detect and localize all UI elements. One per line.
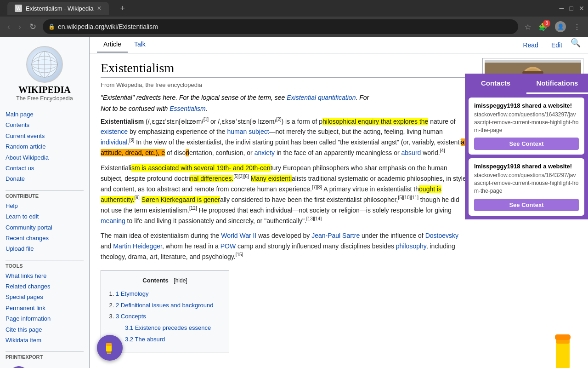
tab-favicon: W [15,5,22,12]
sidebar-link-related[interactable]: Related changes [6,281,84,292]
tab-article[interactable]: Article [97,37,128,53]
notifications-tab[interactable]: Notifications [526,74,588,94]
print-section-title: Print/export [6,351,84,360]
wiki-tab-actions: Read Edit 🔍 [518,38,581,52]
sidebar-link-donate[interactable]: Donate [6,173,84,184]
sidebar-link-about[interactable]: About Wikipedia [6,152,84,163]
philosophy-link[interactable]: philosophy [396,242,426,250]
sidebar-link-learn[interactable]: Learn to edit [6,211,84,222]
toc-link-2[interactable]: 2 Definitional issues and background [116,302,214,309]
lock-icon: 🔒 [48,23,55,30]
toc-link-3[interactable]: 3 Concepts [116,313,146,320]
sidebar-link-special[interactable]: Special pages [6,292,84,302]
tab-close-button[interactable]: ✕ [97,5,102,12]
ww2-link[interactable]: World War II [221,232,256,239]
toc-link-1[interactable]: 1 Etymology [116,290,149,297]
print-button[interactable]: 💾 [10,366,28,368]
search-icon[interactable]: 🔍 [571,38,581,52]
notification-tabs: Contacts Notifications [465,74,588,94]
extension-button[interactable]: 🧩 3 [537,21,549,33]
article-from: From Wikipedia, the free encyclopedia [101,81,467,88]
sidebar-link-random[interactable]: Random article [6,141,84,152]
essentialism-link[interactable]: Essentialism [170,105,206,112]
sartre-link[interactable]: Jean-Paul Sartre [311,232,360,239]
note1-text: "Existential" redirects here. For the lo… [101,94,287,101]
svg-rect-38 [106,343,112,346]
toc-item-3-1: 3.1 Existence precedes essence [125,323,221,333]
maximize-button[interactable]: □ [570,5,573,12]
sidebar-link-pdf[interactable]: Download as PDF [35,365,84,368]
browser-tab-active[interactable]: W Existentialism - Wikipedia ✕ [7,2,109,15]
meaning-link[interactable]: meaning [101,217,125,224]
notification-card-2: imisspeggy1918 shared a website! stackov… [469,158,584,215]
contribute-section-title: Contribute [6,190,84,199]
toc-title: Contents [142,277,168,284]
paragraph-1: Existentialism (/ˌɛɡzɪˈstɛnʃəlɪzəm/[1] o… [101,116,467,158]
existential-quantification-link[interactable]: Existential quantification [287,94,356,101]
paragraph-3: The main idea of existentialism during t… [101,230,467,262]
toc-link-3-1[interactable]: 3.1 Existence precedes essence [125,324,211,331]
contacts-tab[interactable]: Contacts [465,74,526,94]
toc-link-3-2[interactable]: 3.2 The absurd [125,336,165,343]
anxiety-link[interactable]: anxiety [254,149,275,156]
sidebar-link-community[interactable]: Community portal [6,222,84,233]
wiki-sidebar: WIKIPEDIA The Free Encyclopedia Main pag… [0,37,90,368]
sidebar-link-wikidata[interactable]: Wikidata item [6,335,84,345]
article-note2: Not to be confused with Essentialism. [101,105,467,112]
notification-card-1: imisspeggy1918 shared a website! stackov… [469,98,584,155]
browser-controls: ‹ › ↻ 🔒 en.wikipedia.org/wiki/Existentia… [0,17,588,37]
see-context-button-2[interactable]: See Context [474,199,579,211]
tools-section-title: Tools [6,260,84,269]
address-bar[interactable]: 🔒 en.wikipedia.org/wiki/Existentialism [43,19,518,34]
sidebar-link-cite[interactable]: Cite this page [6,324,84,335]
avatar-button[interactable]: 👤 [553,19,568,34]
absurd-link[interactable]: absurd [401,149,421,156]
sidebar-link-recent[interactable]: Recent changes [6,233,84,243]
notif-card-2-url: stackoverflow.com/questions/1643297/java… [474,172,579,195]
sidebar-link-pageinfo[interactable]: Page information [6,313,84,324]
lead-bold: Existentialism [101,118,144,125]
human-subject-link[interactable]: human subject [227,128,269,135]
tabs-area: W Existentialism - Wikipedia ✕ [4,2,113,15]
read-action[interactable]: Read [518,38,543,52]
sidebar-link-upload[interactable]: Upload file [6,243,84,254]
wiki-logo-text: WIKIPEDIA [5,85,85,95]
see-context-button-1[interactable]: See Context [474,138,579,150]
sidebar-link-events[interactable]: Current events [6,131,84,141]
article-title: Existentialism [101,61,467,78]
existence-link[interactable]: existence [101,128,128,135]
pow-link[interactable]: POW [220,242,236,250]
individual-link[interactable]: individual [101,138,127,146]
url-text: en.wikipedia.org/wiki/Existentialism [58,23,513,30]
svg-rect-36 [555,334,571,340]
minimize-button[interactable]: ─ [560,5,564,12]
print-links: Download as PDF Printable version [35,365,84,368]
highlighter-pen-svg [547,332,583,368]
highlighter-area [482,332,583,368]
heidegger-link[interactable]: Martin Heidegger [113,242,162,250]
back-button[interactable]: ‹ [6,20,12,34]
sidebar-link-permanent[interactable]: Permanent link [6,303,84,313]
refresh-button[interactable]: ↻ [28,20,38,34]
sidebar-link-contact[interactable]: Contact us [6,163,84,173]
tab-talk[interactable]: Talk [128,37,152,53]
wiki-body: Existentialism (/ˌɛɡzɪˈstɛnʃəlɪzəm/[1] o… [101,116,467,352]
user-avatar: 👤 [555,21,566,32]
sidebar-link-help[interactable]: Help [6,201,84,211]
star-button[interactable]: ☆ [523,21,533,33]
close-button[interactable]: ✕ [579,5,584,12]
wiki-article-content: Existentialism From Wikipedia, the free … [90,53,478,368]
highlighter-widget[interactable] [97,335,123,361]
forward-button[interactable]: › [17,20,23,34]
sidebar-link-main[interactable]: Main page [6,109,84,120]
notif-card-1-header: imisspeggy1918 shared a website! [474,102,579,109]
new-tab-button[interactable]: + [116,2,129,15]
sidebar-link-whatlinks[interactable]: What links here [6,270,84,281]
sidebar-link-contents[interactable]: Contents [6,120,84,130]
toc-hide[interactable]: [hide] [174,277,187,284]
menu-button[interactable]: ⋮ [571,21,582,33]
wiki-tabs: Article Talk Read Edit 🔍 [90,37,588,53]
browser-titlebar: W Existentialism - Wikipedia ✕ + ─ □ ✕ [0,0,588,17]
dostoevsky-link[interactable]: Dostoevsky [425,232,458,239]
edit-action[interactable]: Edit [547,38,567,52]
